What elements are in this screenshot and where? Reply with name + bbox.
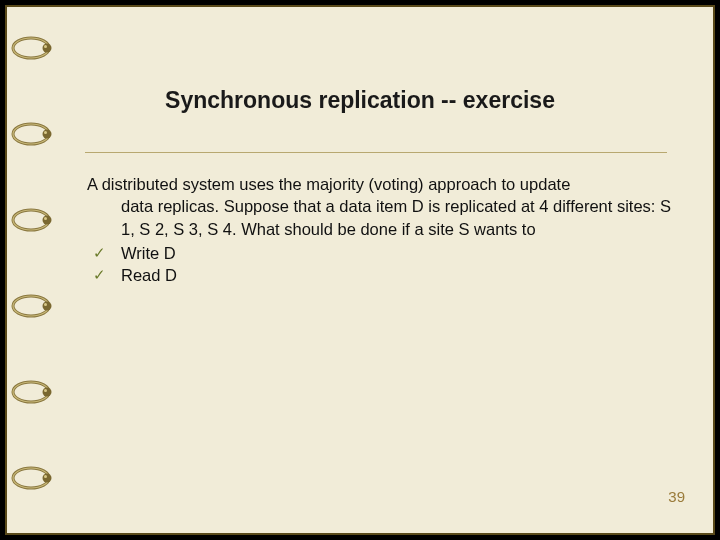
svg-point-23: [44, 475, 47, 478]
list-item: ✓ Read D: [87, 264, 672, 286]
bullet-list: ✓ Write D ✓ Read D: [87, 242, 672, 287]
svg-point-15: [44, 303, 47, 306]
intro-line-1: A distributed system uses the majority (…: [87, 173, 672, 195]
svg-point-19: [44, 389, 47, 392]
page-number: 39: [668, 488, 685, 505]
ring-icon: [11, 205, 51, 235]
svg-point-2: [43, 44, 52, 53]
horizontal-rule: [85, 152, 667, 153]
intro-paragraph: A distributed system uses the majority (…: [87, 173, 672, 240]
checkmark-icon: ✓: [87, 242, 121, 264]
svg-point-6: [43, 130, 52, 139]
slide: Synchronous replication -- exercise A di…: [5, 5, 715, 535]
svg-point-7: [44, 131, 47, 134]
bullet-text: Read D: [121, 264, 672, 286]
svg-point-11: [44, 217, 47, 220]
slide-body: A distributed system uses the majority (…: [87, 173, 672, 286]
slide-title: Synchronous replication -- exercise: [7, 87, 713, 114]
svg-point-10: [43, 216, 52, 225]
ring-icon: [11, 33, 51, 63]
list-item: ✓ Write D: [87, 242, 672, 264]
bullet-text: Write D: [121, 242, 672, 264]
svg-point-14: [43, 302, 52, 311]
intro-continuation: data replicas. Suppose that a data item …: [87, 195, 672, 240]
checkmark-icon: ✓: [87, 264, 121, 286]
svg-point-3: [44, 45, 47, 48]
svg-point-22: [43, 474, 52, 483]
ring-icon: [11, 377, 51, 407]
ring-icon: [11, 291, 51, 321]
ring-icon: [11, 119, 51, 149]
svg-point-18: [43, 388, 52, 397]
ring-icon: [11, 463, 51, 493]
spiral-binding: [7, 7, 51, 533]
